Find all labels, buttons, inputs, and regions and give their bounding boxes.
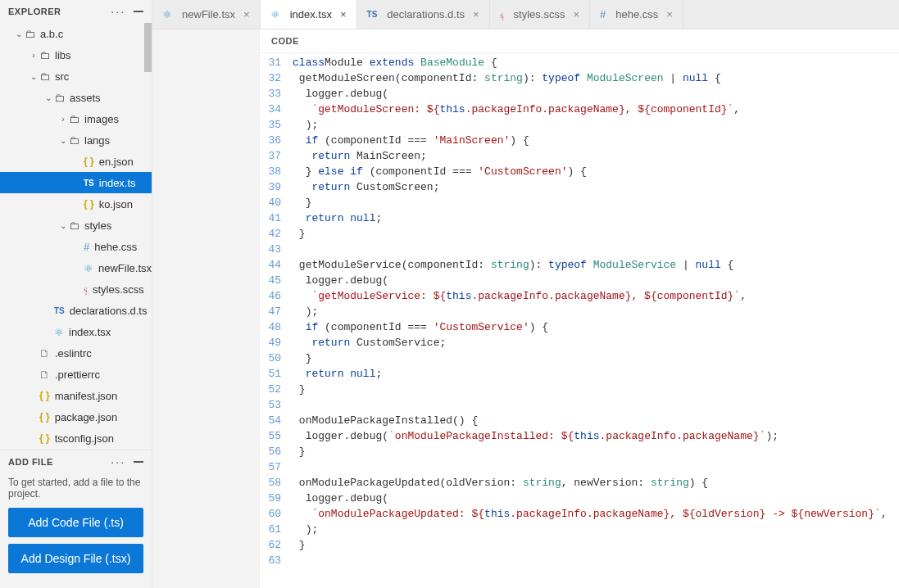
sidebar: EXPLORER ··· ⌄a.b.c›libs⌄src⌄assets›imag… xyxy=(0,0,152,588)
close-icon[interactable]: × xyxy=(573,8,579,20)
tree-item-newfile-tsx[interactable]: ⚛newFile.tsx xyxy=(0,257,152,278)
tree-item--eslintrc[interactable]: .eslintrc xyxy=(0,342,152,364)
json-icon: { } xyxy=(39,390,50,401)
file-icon xyxy=(39,347,55,360)
tree-item-label: ko.json xyxy=(99,198,133,210)
tab-label: styles.scss xyxy=(514,8,565,20)
chevron-down-icon[interactable]: ⌄ xyxy=(13,29,25,38)
react-icon: ⚛ xyxy=(162,8,172,20)
scss-icon: ᶊ xyxy=(84,283,88,295)
tree-item-label: images xyxy=(84,113,119,125)
tab-styles-scss[interactable]: ᶊstyles.scss× xyxy=(490,0,590,29)
tree-item-label: a.b.c xyxy=(40,28,63,40)
chevron-down-icon[interactable]: ⌄ xyxy=(57,221,69,230)
tree-item-label: index.ts xyxy=(99,177,136,189)
tab-hehe-css[interactable]: #hehe.css× xyxy=(590,0,683,29)
tree-item-index-ts[interactable]: TSindex.ts xyxy=(0,172,152,193)
tree-item-label: newFile.tsx xyxy=(98,262,152,274)
tree-item-en-json[interactable]: { }en.json xyxy=(0,151,152,172)
folder-icon xyxy=(69,219,84,232)
code-area[interactable]: 31 32 33 34 35 36 37 38 39 40 41 42 43 4… xyxy=(260,53,899,588)
hash-icon: # xyxy=(84,241,89,253)
tree-item-hehe-css[interactable]: #hehe.css xyxy=(0,236,152,257)
chevron-right-icon[interactable]: › xyxy=(57,115,69,124)
json-icon: { } xyxy=(84,156,94,167)
tree-item-images[interactable]: ›images xyxy=(0,108,152,129)
json-icon: { } xyxy=(39,432,50,444)
explorer-more-icon[interactable]: ··· xyxy=(111,5,125,18)
code-content[interactable]: classModule extends BaseModule { getModu… xyxy=(293,55,899,588)
tab-label: hehe.css xyxy=(615,8,658,20)
chevron-down-icon[interactable]: ⌄ xyxy=(28,72,39,81)
close-icon[interactable]: × xyxy=(473,8,479,20)
json-icon: { } xyxy=(39,411,50,423)
tree-item-ko-json[interactable]: { }ko.json xyxy=(0,193,152,215)
tree-item-src[interactable]: ⌄src xyxy=(0,66,152,87)
close-icon[interactable]: × xyxy=(666,8,673,20)
tree-item-label: hehe.css xyxy=(94,241,137,253)
tree-item-label: declarations.d.ts xyxy=(70,305,148,317)
code-header: CODE xyxy=(260,29,899,53)
chevron-right-icon[interactable]: › xyxy=(28,51,39,60)
tree-item-label: manifest.json xyxy=(55,390,118,402)
tree-item-langs[interactable]: ⌄langs xyxy=(0,129,152,151)
tree-item-index-tsx[interactable]: ⚛index.tsx xyxy=(0,321,152,342)
file-icon xyxy=(39,369,55,381)
add-file-collapse-icon[interactable] xyxy=(134,461,143,463)
tab-label: declarations.d.ts xyxy=(387,8,465,20)
json-icon: { } xyxy=(84,198,94,210)
folder-icon xyxy=(25,28,40,40)
tree-item-label: en.json xyxy=(99,156,134,168)
tab-index-tsx[interactable]: ⚛index.tsx× xyxy=(261,0,357,29)
hash-icon: # xyxy=(600,8,606,20)
react-icon: ⚛ xyxy=(84,262,93,274)
tree-item-manifest-json[interactable]: { }manifest.json xyxy=(0,385,152,406)
tree-item-label: .eslintrc xyxy=(55,347,92,360)
tree-item-label: src xyxy=(55,70,69,83)
tree-item-label: styles xyxy=(84,219,111,232)
explorer-title: EXPLORER xyxy=(8,7,61,16)
main: ⚛newFile.tsx×⚛index.tsx×TSdeclarations.d… xyxy=(152,0,899,588)
tab-label: newFile.tsx xyxy=(182,8,235,20)
tree-item-a-b-c[interactable]: ⌄a.b.c xyxy=(0,23,152,44)
folder-icon xyxy=(69,134,84,147)
close-icon[interactable]: × xyxy=(340,8,347,20)
add-code-file-button[interactable]: Add Code File (.ts) xyxy=(8,508,143,537)
tree-item-tsconfig-json[interactable]: { }tsconfig.json xyxy=(0,427,152,449)
tree-item-styles-scss[interactable]: ᶊstyles.scss xyxy=(0,278,152,300)
folder-icon xyxy=(39,49,55,61)
explorer-collapse-icon[interactable] xyxy=(134,11,143,12)
add-file-panel: ADD FILE ··· To get started, add a file … xyxy=(0,450,152,588)
scss-icon: ᶊ xyxy=(500,9,504,20)
tab-newfile-tsx[interactable]: ⚛newFile.tsx× xyxy=(152,0,261,29)
folder-icon xyxy=(39,70,55,83)
close-icon[interactable]: × xyxy=(243,8,250,20)
editor-column: CODE 31 32 33 34 35 36 37 38 39 40 41 42… xyxy=(259,29,899,588)
add-design-file-button[interactable]: Add Design File (.tsx) xyxy=(8,544,143,573)
tree-item-label: libs xyxy=(55,49,71,61)
line-numbers: 31 32 33 34 35 36 37 38 39 40 41 42 43 4… xyxy=(260,55,293,588)
editor-left-margin xyxy=(152,29,259,588)
chevron-down-icon[interactable]: ⌄ xyxy=(43,93,54,102)
ts-icon: TS xyxy=(54,306,65,315)
tree-item-libs[interactable]: ›libs xyxy=(0,44,152,66)
tree-item--prettierrc[interactable]: .prettierrc xyxy=(0,364,152,385)
tree-item-label: styles.scss xyxy=(93,283,144,296)
tree-item-assets[interactable]: ⌄assets xyxy=(0,87,152,108)
folder-icon xyxy=(69,113,84,125)
tree-item-package-json[interactable]: { }package.json xyxy=(0,406,152,427)
tab-label: index.tsx xyxy=(290,8,332,20)
tree-scrollbar[interactable] xyxy=(144,23,152,72)
tree-item-label: tsconfig.json xyxy=(55,432,114,445)
tree-item-declarations-d-ts[interactable]: TSdeclarations.d.ts xyxy=(0,300,152,321)
ts-icon: TS xyxy=(367,10,378,19)
add-file-more-icon[interactable]: ··· xyxy=(111,455,125,468)
chevron-down-icon[interactable]: ⌄ xyxy=(57,136,69,145)
tab-declarations-d-ts[interactable]: TSdeclarations.d.ts× xyxy=(357,0,490,29)
tree-item-label: langs xyxy=(84,134,110,147)
react-icon: ⚛ xyxy=(270,8,280,20)
tree-item-label: assets xyxy=(70,92,101,104)
tree-item-styles[interactable]: ⌄styles xyxy=(0,215,152,236)
ts-icon: TS xyxy=(84,179,94,188)
add-file-hint: To get started, add a file to the projec… xyxy=(8,472,143,508)
